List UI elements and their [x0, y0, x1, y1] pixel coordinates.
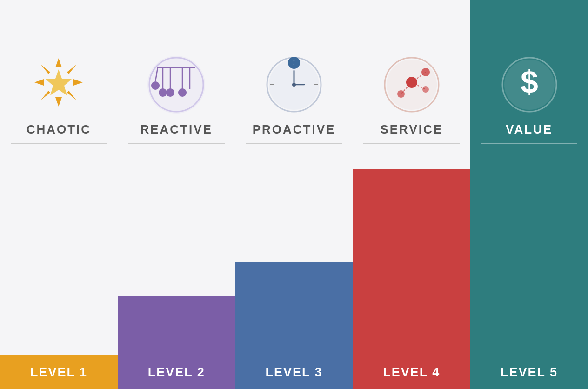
- svg-marker-0: [46, 69, 72, 95]
- svg-point-29: [292, 83, 296, 87]
- bar-col-3: LEVEL 3: [235, 144, 353, 389]
- svg-marker-4: [67, 91, 76, 100]
- svg-marker-1: [55, 58, 62, 67]
- reactive-label: REACTIVE: [140, 122, 212, 137]
- column-chaotic: CHAOTIC: [0, 0, 118, 144]
- svg-marker-3: [74, 79, 83, 86]
- bar-5: LEVEL 5: [470, 144, 588, 389]
- proactive-icon: !: [264, 54, 324, 115]
- level-1-label: LEVEL 1: [0, 358, 118, 389]
- column-service: SERVICE: [353, 0, 470, 144]
- bar-col-4: LEVEL 4: [353, 144, 470, 389]
- bar-2: LEVEL 2: [118, 296, 235, 389]
- value-icon: $: [499, 54, 560, 115]
- level-4-label: LEVEL 4: [353, 358, 470, 389]
- svg-marker-2: [67, 65, 76, 74]
- level-2-label: LEVEL 2: [118, 358, 235, 389]
- svg-marker-8: [41, 65, 50, 74]
- column-reactive: REACTIVE: [118, 0, 235, 144]
- service-icon: [381, 54, 442, 115]
- bar-4: LEVEL 4: [353, 169, 470, 389]
- chaotic-label: CHAOTIC: [27, 122, 91, 137]
- svg-text:$: $: [521, 64, 538, 100]
- svg-point-20: [151, 81, 160, 90]
- bar-col-5: LEVEL 5: [470, 144, 588, 389]
- column-value: $ VALUE: [470, 0, 588, 144]
- bar-1: LEVEL 1: [0, 355, 118, 389]
- chaotic-icon: [26, 50, 91, 115]
- service-label: SERVICE: [380, 122, 443, 137]
- svg-marker-6: [41, 91, 50, 100]
- svg-marker-5: [55, 97, 62, 107]
- svg-point-18: [178, 88, 187, 97]
- bar-col-2: LEVEL 2: [118, 144, 235, 389]
- bar-3: LEVEL 3: [235, 262, 353, 389]
- svg-marker-7: [34, 79, 44, 86]
- proactive-label: PROACTIVE: [253, 122, 336, 137]
- svg-point-17: [166, 88, 174, 97]
- svg-text:!: !: [293, 59, 295, 67]
- bar-col-1: LEVEL 1: [0, 144, 118, 389]
- svg-point-16: [159, 88, 167, 97]
- level-3-label: LEVEL 3: [235, 358, 353, 389]
- reactive-icon: [146, 54, 207, 115]
- column-proactive: ! PROACTIVE: [235, 0, 353, 144]
- value-label: VALUE: [506, 122, 553, 137]
- level-5-label: LEVEL 5: [470, 358, 588, 389]
